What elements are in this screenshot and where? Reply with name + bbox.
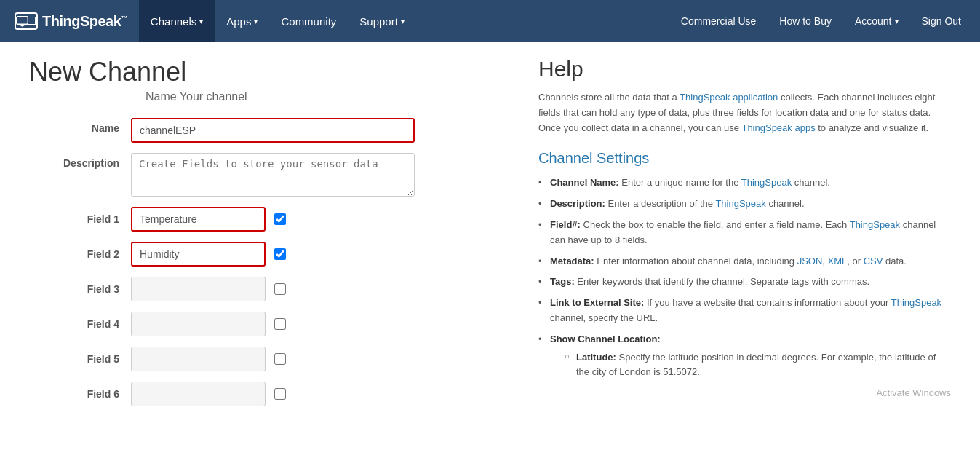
field-4-label: Field 4: [29, 318, 131, 330]
field-2-label: Field 2: [29, 248, 131, 260]
field-5-input[interactable]: [131, 347, 266, 371]
field-4-checkbox[interactable]: [274, 318, 286, 330]
field-2-checkbox[interactable]: [274, 248, 286, 260]
field-5-row: Field 5: [29, 347, 509, 371]
field-2-input[interactable]: [131, 242, 266, 267]
help-title: Help: [538, 57, 951, 82]
setting-latitude: Latitude: Specify the latitude position …: [565, 350, 951, 381]
setting-tags: Tags: Enter keywords that identify the c…: [538, 275, 951, 290]
page-title: New Channel: [29, 57, 509, 87]
svg-rect-0: [17, 17, 28, 24]
account-caret: ▾: [895, 17, 899, 25]
support-caret: ▾: [401, 17, 405, 25]
field-3-checkbox[interactable]: [274, 283, 286, 295]
setting-link-2[interactable]: ThingSpeak: [715, 198, 765, 209]
channels-caret: ▾: [199, 17, 203, 25]
settings-list: Channel Name: Enter a unique name for th…: [538, 175, 951, 380]
field-6-label: Field 6: [29, 388, 131, 400]
setting-link-4[interactable]: ThingSpeak: [891, 297, 941, 308]
setting-metadata: Metadata: Enter information about channe…: [538, 254, 951, 269]
nav-sign-out[interactable]: Sign Out: [910, 0, 973, 42]
nav-channels[interactable]: Channels ▾: [139, 0, 215, 42]
field-1-label: Field 1: [29, 213, 131, 225]
channel-settings-title: Channel Settings: [538, 150, 951, 167]
apps-caret: ▾: [254, 17, 258, 25]
field-3-label: Field 3: [29, 283, 131, 295]
left-panel: New Channel Name Your channel Name Descr…: [29, 57, 509, 417]
nav-commercial-use[interactable]: Commercial Use: [669, 0, 768, 42]
brand-logo[interactable]: ThingSpeak™: [7, 12, 135, 30]
field-6-input[interactable]: [131, 382, 266, 406]
field-6-checkbox[interactable]: [274, 388, 286, 400]
setting-location: Show Channel Location: Latitude: Specify…: [538, 332, 951, 380]
help-intro: Channels store all the data that a Thing…: [538, 90, 951, 135]
nav-community[interactable]: Community: [269, 0, 348, 42]
setting-field: Field#: Check the box to enable the fiel…: [538, 218, 951, 248]
name-row: Name: [29, 118, 509, 143]
thingspeak-link-2[interactable]: ThingSpeak apps: [741, 122, 815, 133]
setting-link-xml[interactable]: XML: [828, 256, 848, 267]
setting-link-csv[interactable]: CSV: [864, 256, 883, 267]
nav-how-to-buy[interactable]: How to Buy: [768, 0, 843, 42]
name-label: Name: [29, 118, 131, 134]
setting-channel-name: Channel Name: Enter a unique name for th…: [538, 175, 951, 191]
setting-link-3[interactable]: ThingSpeak: [850, 219, 900, 230]
setting-external-site: Link to External Site: If you have a web…: [538, 296, 951, 326]
field-5-checkbox[interactable]: [274, 353, 286, 365]
description-label: Description: [29, 153, 131, 169]
nav-account[interactable]: Account ▾: [843, 0, 910, 42]
channel-subtitle: Name Your channel: [146, 90, 509, 103]
field-1-input[interactable]: [131, 207, 266, 232]
nav-support[interactable]: Support ▾: [348, 0, 416, 42]
description-textarea[interactable]: [131, 153, 415, 197]
sub-list-location: Latitude: Specify the latitude position …: [550, 350, 951, 381]
setting-link-1[interactable]: ThingSpeak: [741, 177, 792, 188]
description-row: Description: [29, 153, 509, 197]
field-3-input[interactable]: [131, 277, 266, 301]
name-input[interactable]: [131, 118, 415, 143]
activate-windows-text: Activate Windows: [538, 387, 951, 398]
nav-right: Commercial Use How to Buy Account ▾ Sign…: [669, 0, 973, 42]
setting-link-json[interactable]: JSON: [797, 256, 823, 267]
right-panel: Help Channels store all the data that a …: [538, 57, 951, 417]
main-content: New Channel Name Your channel Name Descr…: [0, 42, 980, 431]
field-6-row: Field 6: [29, 382, 509, 406]
field-1-row: Field 1: [29, 207, 509, 232]
field-4-row: Field 4: [29, 312, 509, 336]
field-4-input[interactable]: [131, 312, 266, 336]
brand-name: ThingSpeak™: [42, 13, 127, 30]
field-3-row: Field 3: [29, 277, 509, 301]
nav-apps[interactable]: Apps ▾: [215, 0, 269, 42]
field-1-checkbox[interactable]: [274, 213, 286, 225]
field-5-label: Field 5: [29, 353, 131, 365]
thingspeak-link-1[interactable]: ThingSpeak application: [680, 92, 778, 103]
setting-description: Description: Enter a description of the …: [538, 197, 951, 212]
brand-icon: [15, 12, 38, 30]
navbar: ThingSpeak™ Channels ▾ Apps ▾ Community …: [0, 0, 980, 42]
field-2-row: Field 2: [29, 242, 509, 267]
